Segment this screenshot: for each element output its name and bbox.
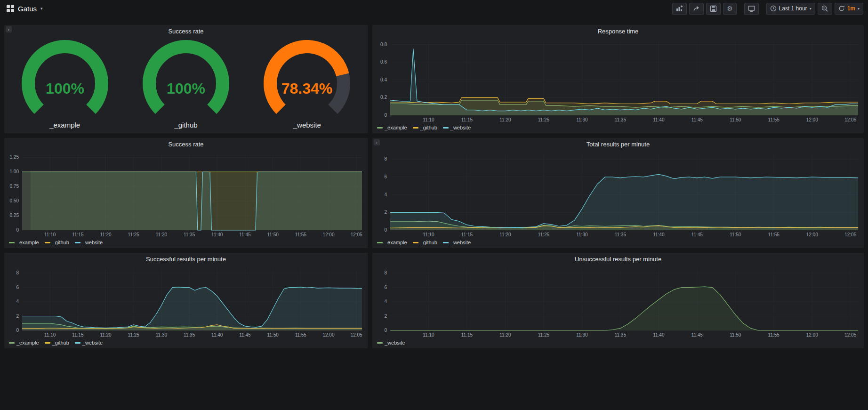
cycle-view-button[interactable]: [744, 3, 759, 15]
time-range-button[interactable]: Last 1 hour ▾: [766, 3, 815, 15]
legend-item-_example[interactable]: _example: [9, 240, 39, 245]
save-icon: [710, 5, 717, 12]
svg-text:1.25: 1.25: [10, 154, 19, 160]
gauge-arc: 78.34%: [248, 40, 366, 119]
svg-text:0: 0: [384, 227, 387, 233]
panel-title-total-results[interactable]: Total results per minute: [372, 138, 864, 150]
gauge-arc: 100%: [6, 40, 124, 119]
svg-text:11:15: 11:15: [461, 232, 473, 237]
panel-title-text: Total results per minute: [587, 141, 650, 148]
legend-item-_github[interactable]: _github: [413, 240, 437, 245]
svg-text:11:20: 11:20: [499, 232, 511, 237]
legend-label: _website: [82, 240, 103, 245]
save-button[interactable]: [706, 3, 721, 15]
chart-svg: 0246811:1011:1511:2011:2511:3011:3511:40…: [372, 265, 864, 339]
svg-text:2: 2: [16, 314, 19, 319]
successful-results-chart[interactable]: 0246811:1011:1511:2011:2511:3011:3511:40…: [4, 265, 368, 339]
legend-item-_example[interactable]: _example: [377, 240, 407, 245]
panel-title-success-rate-gauges[interactable]: Success rate: [4, 25, 368, 37]
gauge-_example: 100%_example: [6, 40, 124, 129]
dashboards-grid-icon[interactable]: [7, 5, 14, 12]
panel-title-unsuccessful-results[interactable]: Unsuccessful results per minute: [372, 253, 864, 265]
svg-text:2: 2: [384, 314, 387, 319]
gauges-row: 100%_example100%_github78.34%_website: [4, 37, 368, 133]
time-range-caret-icon: ▾: [810, 7, 812, 11]
svg-text:11:25: 11:25: [538, 117, 550, 122]
chart-svg: 0246811:1011:1511:2011:2511:3011:3511:40…: [4, 265, 368, 339]
legend-item-_github[interactable]: _github: [413, 125, 437, 130]
unsuccessful-results-legend: _website: [372, 339, 864, 348]
svg-text:11:20: 11:20: [100, 232, 112, 237]
legend-item-_website[interactable]: _website: [377, 340, 405, 346]
legend-item-_website[interactable]: _website: [443, 125, 471, 130]
svg-text:11:35: 11:35: [615, 332, 627, 338]
svg-text:12:05: 12:05: [844, 117, 856, 122]
svg-text:11:10: 11:10: [423, 232, 434, 237]
svg-text:11:40: 11:40: [211, 232, 223, 237]
refresh-button[interactable]: 1m ▾: [835, 3, 863, 15]
svg-text:11:25: 11:25: [128, 332, 140, 338]
svg-text:11:15: 11:15: [461, 332, 473, 338]
legend-item-_github[interactable]: _github: [45, 340, 69, 346]
svg-text:8: 8: [16, 270, 19, 275]
panel-title-response-time[interactable]: Response time: [372, 25, 864, 37]
svg-text:11:30: 11:30: [576, 117, 588, 122]
svg-text:11:45: 11:45: [691, 332, 703, 338]
legend-item-_website[interactable]: _website: [75, 340, 103, 346]
zoom-out-button[interactable]: [818, 3, 832, 15]
svg-text:11:15: 11:15: [72, 332, 84, 338]
legend-item-_example[interactable]: _example: [377, 125, 407, 130]
legend-swatch: [443, 242, 449, 243]
panel-title-success-rate-timeseries[interactable]: Success rate: [4, 138, 368, 150]
response-time-chart[interactable]: 00.20.40.60.811:1011:1511:2011:2511:3011…: [372, 37, 864, 124]
zoom-out-icon: [821, 5, 828, 12]
panel-title-successful-results[interactable]: Successful results per minute: [4, 253, 368, 265]
legend-swatch: [413, 127, 418, 129]
svg-text:8: 8: [384, 270, 387, 275]
legend-label: _example: [385, 125, 407, 130]
gauge-_github: 100%_github: [127, 40, 245, 129]
svg-text:11:55: 11:55: [295, 232, 307, 237]
info-icon[interactable]: i: [374, 139, 380, 145]
svg-text:11:45: 11:45: [691, 117, 703, 122]
total-results-chart[interactable]: 0246811:1011:1511:2011:2511:3011:3511:40…: [372, 150, 864, 239]
response-time-legend: _example_github_website: [372, 124, 864, 133]
svg-text:4: 4: [384, 299, 387, 304]
info-icon[interactable]: i: [6, 26, 12, 32]
legend-item-_github[interactable]: _github: [45, 240, 69, 245]
svg-text:0: 0: [384, 113, 387, 118]
svg-text:11:55: 11:55: [295, 332, 307, 338]
navbar: Gatus ▾ ⚙: [0, 0, 868, 17]
legend-label: _website: [385, 340, 405, 346]
legend-item-_website[interactable]: _website: [443, 240, 471, 245]
panel-success-rate-gauges: i Success rate 100%_example100%_github78…: [4, 24, 368, 134]
share-button[interactable]: [689, 3, 704, 15]
dashboard-title[interactable]: Gatus: [18, 5, 37, 13]
unsuccessful-results-chart[interactable]: 0246811:1011:1511:2011:2511:3011:3511:40…: [372, 265, 864, 339]
navbar-right: ⚙ Last 1 hour ▾: [670, 3, 863, 15]
svg-text:12:00: 12:00: [322, 332, 334, 338]
legend-swatch: [377, 342, 383, 344]
gauge-value: 100%: [46, 80, 84, 97]
legend-item-_example[interactable]: _example: [9, 340, 39, 346]
svg-text:11:45: 11:45: [691, 232, 703, 237]
svg-text:11:45: 11:45: [239, 332, 251, 338]
total-results-legend: _example_github_website: [372, 239, 864, 248]
dashboard-caret-icon[interactable]: ▾: [40, 6, 43, 11]
settings-button[interactable]: ⚙: [723, 3, 737, 15]
svg-text:11:45: 11:45: [239, 232, 251, 237]
add-panel-button[interactable]: [672, 3, 687, 15]
svg-text:11:25: 11:25: [128, 232, 140, 237]
svg-text:11:40: 11:40: [653, 232, 665, 237]
svg-text:11:50: 11:50: [730, 117, 741, 122]
gauge-value: 78.34%: [281, 80, 333, 97]
success-rate-chart[interactable]: 00.250.500.751.001.2511:1011:1511:2011:2…: [4, 150, 368, 239]
svg-text:0: 0: [384, 328, 387, 333]
legend-label: _github: [420, 125, 437, 130]
panel-title-text: Response time: [598, 28, 639, 35]
svg-text:12:00: 12:00: [806, 332, 818, 338]
svg-text:12:05: 12:05: [351, 232, 362, 237]
panel-title-text: Success rate: [168, 28, 203, 35]
legend-item-_website[interactable]: _website: [75, 240, 103, 245]
svg-text:0.2: 0.2: [380, 95, 387, 100]
